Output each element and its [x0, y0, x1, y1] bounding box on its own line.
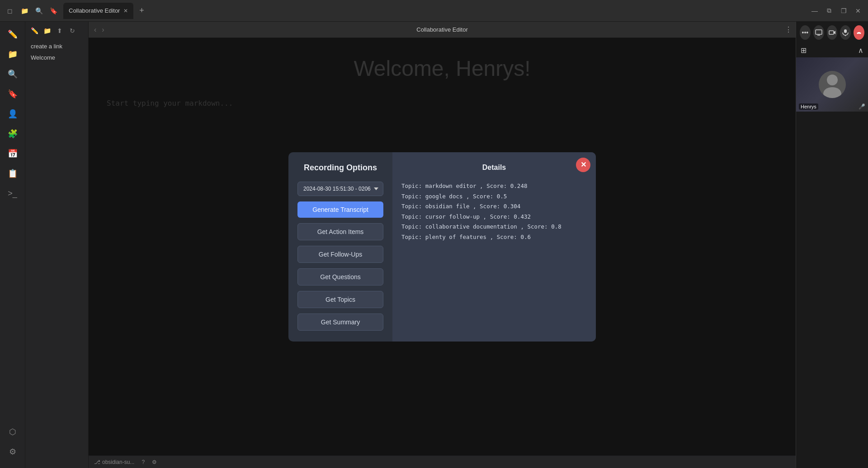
sidebar-icon-bookmark[interactable]: 🔖: [5, 86, 21, 102]
settings-icon[interactable]: ⚙: [152, 459, 157, 465]
video-camera-btn[interactable]: [827, 25, 838, 40]
active-tab[interactable]: Collaborative Editor ✕: [63, 3, 133, 19]
status-bar: ⎇ obsidian-su... ? ⚙: [89, 455, 796, 468]
sidebar-icon-terminal[interactable]: >_: [5, 185, 21, 201]
sidebar-icon-calendar[interactable]: 📅: [5, 145, 21, 162]
sidebar-icon-files[interactable]: 📁: [5, 46, 21, 62]
avatar: [819, 71, 846, 98]
recording-options-modal: ✕ Recording Options 2024-08-30 15:51:30 …: [288, 152, 596, 342]
sidebar-icon-search[interactable]: 🔍: [5, 66, 21, 82]
modal-details-title: Details: [401, 161, 587, 174]
participant-mic-icon: 🎤: [859, 103, 865, 110]
sidebar: ✏️ 📁 🔍 🔖 👤 🧩 📅 📋 >_ ⬡ ⚙: [0, 22, 25, 468]
video-more-btn[interactable]: •••: [800, 25, 811, 40]
header-menu-button[interactable]: ⋮: [785, 25, 792, 34]
participant-name-label: Henrys: [799, 103, 818, 110]
recording-select[interactable]: 2024-08-30 15:51:30 - 0206e6: [297, 182, 383, 196]
svg-rect-2: [829, 31, 834, 34]
get-action-items-button[interactable]: Get Action Items: [297, 223, 383, 240]
main-layout: ✏️ 📁 🔍 🔖 👤 🧩 📅 📋 >_ ⬡ ⚙ ✏️ 📁 ⬆ ↻ create …: [0, 22, 868, 468]
browser-files-btn[interactable]: 📁: [18, 5, 31, 17]
svg-rect-0: [816, 30, 822, 34]
nav-arrows: ‹ ›: [92, 25, 106, 35]
file-item-welcome[interactable]: Welcome: [29, 53, 85, 62]
sidebar-bottom: ⬡ ⚙: [5, 423, 21, 464]
app-title: Collaborative Editor: [416, 26, 467, 33]
browser-search-btn[interactable]: 🔍: [33, 5, 45, 17]
video-end-btn[interactable]: [854, 25, 864, 40]
details-item-3: Topic: cursor follow-up , Score: 0.432: [401, 212, 587, 222]
win-restore-btn[interactable]: ⧉: [823, 5, 835, 17]
get-questions-button[interactable]: Get Questions: [297, 268, 383, 285]
browser-controls: ◻ 📁 🔍 🔖: [4, 5, 60, 17]
win-minimize-btn[interactable]: —: [808, 5, 821, 17]
add-tab-button[interactable]: +: [135, 5, 148, 17]
sidebar-icon-hexagon[interactable]: ⬡: [5, 424, 21, 440]
sidebar-icon-edit[interactable]: ✏️: [5, 26, 21, 42]
details-item-2: Topic: obsidian file , Score: 0.304: [401, 201, 587, 212]
file-panel: ✏️ 📁 ⬆ ↻ create a link Welcome: [25, 22, 89, 468]
nav-back-icon[interactable]: ‹: [92, 25, 98, 35]
video-panel: ••• ⊞ ∧: [796, 22, 868, 468]
git-label: obsidian-su...: [102, 459, 134, 465]
details-item-4: Topic: collaborative documentation , Sco…: [401, 222, 587, 232]
editor-area[interactable]: Welcome, Henrys! Start typing your markd…: [89, 38, 796, 455]
get-topics-button[interactable]: Get Topics: [297, 291, 383, 308]
open-folder-btn[interactable]: 📁: [42, 25, 52, 36]
tab-close-icon[interactable]: ✕: [123, 8, 128, 14]
details-item-0: Topic: markdown editor , Score: 0.248: [401, 181, 587, 192]
browser-chrome: ◻ 📁 🔍 🔖 Collaborative Editor ✕ + — ⧉ ❐ ✕: [0, 0, 868, 22]
modal-right-panel: Details Topic: markdown editor , Score: …: [392, 152, 596, 342]
sidebar-icon-person[interactable]: 👤: [5, 106, 21, 122]
sidebar-icon-extensions[interactable]: 🧩: [5, 126, 21, 142]
get-follow-ups-button[interactable]: Get Follow-Ups: [297, 246, 383, 263]
git-status: ⎇ obsidian-su...: [94, 459, 134, 465]
svg-point-6: [827, 75, 838, 85]
tab-bar: Collaborative Editor ✕ +: [63, 3, 805, 19]
video-thumbnail: Henrys 🎤: [796, 57, 868, 112]
video-screen-btn[interactable]: [813, 25, 824, 40]
refresh-btn[interactable]: ↻: [67, 25, 78, 36]
app-header: ‹ › Collaborative Editor ⋮: [89, 22, 796, 38]
browser-bookmark-btn[interactable]: 🔖: [47, 5, 60, 17]
sidebar-icon-settings[interactable]: ⚙: [5, 444, 21, 460]
win-close-btn[interactable]: ✕: [852, 5, 864, 17]
tab-title: Collaborative Editor: [69, 7, 120, 14]
help-icon[interactable]: ?: [142, 459, 145, 465]
video-grid-icon[interactable]: ⊞: [801, 46, 807, 55]
video-collapse-icon[interactable]: ∧: [858, 46, 863, 55]
modal-title: Recording Options: [297, 163, 383, 173]
modal-close-button[interactable]: ✕: [576, 158, 590, 172]
content-area: ‹ › Collaborative Editor ⋮ Welcome, Henr…: [89, 22, 796, 468]
svg-point-7: [823, 87, 841, 98]
video-mic-btn[interactable]: [840, 25, 851, 40]
svg-rect-4: [844, 29, 847, 33]
video-controls-bar: •••: [796, 22, 868, 43]
win-maximize-btn[interactable]: ❐: [837, 5, 850, 17]
file-panel-toolbar: ✏️ 📁 ⬆ ↻: [29, 25, 85, 36]
generate-transcript-button[interactable]: Generate Transcript: [297, 201, 383, 218]
settings-status[interactable]: ⚙: [152, 459, 157, 465]
nav-forward-icon[interactable]: ›: [100, 25, 106, 35]
details-item-1: Topic: google docs , Score: 0.5: [401, 192, 587, 202]
new-file-btn[interactable]: ✏️: [29, 25, 40, 36]
help-status[interactable]: ?: [142, 459, 145, 465]
get-summary-button[interactable]: Get Summary: [297, 314, 383, 331]
window-controls: — ⧉ ❐ ✕: [808, 5, 864, 17]
details-item-5: Topic: plenty of features , Score: 0.6: [401, 232, 587, 243]
modal-left-panel: Recording Options 2024-08-30 15:51:30 - …: [288, 152, 392, 342]
modal-overlay: ✕ Recording Options 2024-08-30 15:51:30 …: [89, 38, 796, 455]
video-panel-header: ⊞ ∧: [796, 43, 868, 57]
git-icon: ⎇: [94, 459, 100, 465]
upload-btn[interactable]: ⬆: [54, 25, 65, 36]
browser-back-btn[interactable]: ◻: [4, 5, 16, 17]
sidebar-icon-clipboard[interactable]: 📋: [5, 165, 21, 182]
file-item-create-link[interactable]: create a link: [29, 42, 85, 51]
